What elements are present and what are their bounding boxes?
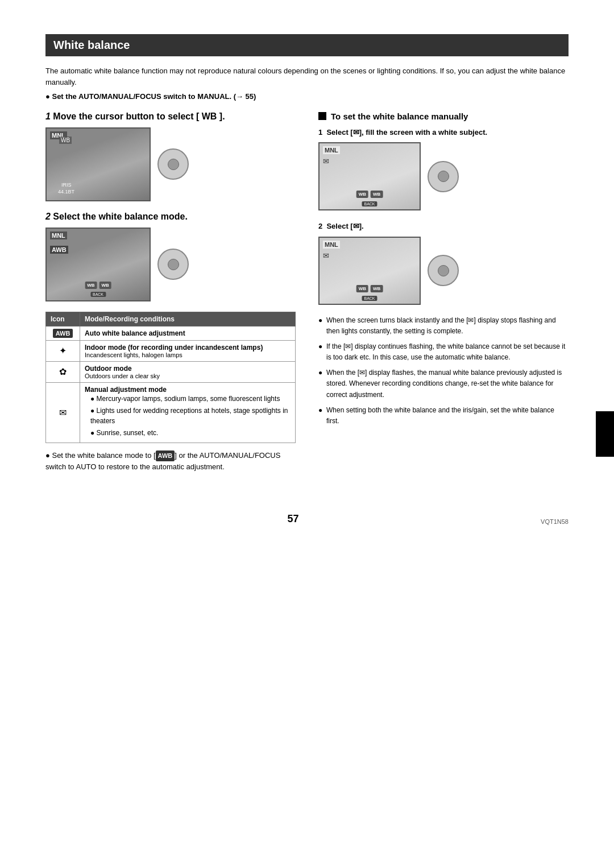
left-column: 1 Move the cursor button to select [ WB … — [45, 111, 296, 474]
outdoor-mode-desc: Outdoors under a clear sky — [85, 373, 291, 379]
step2-mnl-label: MNL — [50, 232, 67, 239]
table-cell-mode-awb: Auto white balance adjustment — [80, 326, 296, 340]
note2-manual-icon: ✉ — [345, 342, 351, 350]
right-step1-mnl: MNL — [323, 146, 340, 154]
right-step2-mnl: MNL — [323, 241, 340, 249]
step2-camera-screen: MNL AWB WB WB BACK — [45, 228, 151, 301]
step2-dpad-circle — [157, 249, 189, 280]
manual-bullet-3: Sunrise, sunset, etc. — [90, 428, 291, 438]
step2-wb-btn-left: WB — [85, 282, 97, 289]
right-step1-dpad-circle — [428, 161, 459, 192]
table-cell-icon-outdoor: ✿ — [46, 361, 80, 382]
step2-number: 2 — [45, 212, 51, 221]
right-column: To set the white balance manually 1 Sele… — [318, 111, 569, 432]
table-row: ✦ Indoor mode (for recording under incan… — [46, 340, 296, 361]
black-square-icon — [318, 112, 326, 120]
right-step2-wb-btn-left: WB — [356, 285, 368, 292]
page-number: 57 — [288, 513, 299, 525]
outdoor-icon: ✿ — [59, 367, 67, 377]
step2-label: Select the white balance mode. — [53, 212, 188, 221]
step1-dpad-inner — [168, 159, 179, 170]
right-step2-camera-wrap: MNL ✉ WB WB BACK — [318, 237, 569, 305]
doc-code: VQT1N58 — [541, 518, 569, 525]
step1-label: Move the cursor button to select [ WB ]. — [53, 111, 225, 121]
step1-dpad — [157, 148, 189, 180]
outdoor-mode-name: Outdoor mode — [85, 365, 291, 373]
right-sub-step2: 2 Select [✉]. — [318, 221, 569, 232]
right-step1-camera-wrap: MNL ✉ WB WB BACK — [318, 142, 569, 210]
awb-mode-name: Auto white balance adjustment — [85, 329, 291, 337]
table-cell-mode-manual: Manual adjustment mode Mercury-vapor lam… — [80, 382, 296, 443]
intro-text: The automatic white balance function may… — [45, 65, 569, 88]
table-cell-mode-outdoor: Outdoor mode Outdoors under a clear sky — [80, 361, 296, 382]
right-section-heading: To set the white balance manually — [318, 111, 569, 121]
manual-bullet-1: Mercury-vapor lamps, sodium lamps, some … — [90, 394, 291, 404]
right-step1-screen: MNL ✉ WB WB BACK — [318, 142, 421, 210]
step2-dpad — [157, 249, 189, 280]
right-step2-wb-buttons: WB WB — [356, 285, 383, 292]
right-step2-dpad-inner — [438, 265, 449, 276]
awb-inline-badge: AWB — [156, 450, 175, 462]
right-note-3: When the [✉] display flashes, the manual… — [318, 367, 569, 400]
step2-camera-wrap: MNL AWB WB WB BACK — [45, 228, 296, 301]
table-row: AWB Auto white balance adjustment — [46, 326, 296, 340]
right-step1-back-btn: BACK — [362, 201, 377, 206]
left-footer-bullet: Set the white balance mode to [AWB] or t… — [45, 451, 280, 472]
indoor-mode-name: Indoor mode (for recording under incande… — [85, 344, 291, 352]
awb-badge: AWB — [53, 329, 73, 338]
right-step2-dpad — [428, 255, 459, 286]
right-step1-dpad-inner — [438, 171, 449, 182]
step2-dpad-inner — [168, 259, 179, 270]
note1-manual-icon: ✉ — [468, 316, 474, 324]
manual-icon: ✉ — [59, 408, 67, 418]
manual-bullet-2: Lights used for wedding receptions at ho… — [90, 406, 291, 426]
right-step1-manual-icon: ✉ — [323, 157, 329, 166]
table-row: ✿ Outdoor mode Outdoors under a clear sk… — [46, 361, 296, 382]
table-header-mode: Mode/Recording conditions — [80, 312, 296, 326]
step1-iris-label: IRIS — [61, 182, 72, 188]
indoor-mode-desc: Incandescent lights, halogen lamps — [85, 352, 291, 358]
indoor-icon: ✦ — [59, 346, 67, 356]
right-step2-screen: MNL ✉ WB WB BACK — [318, 237, 421, 305]
table-cell-icon-awb: AWB — [46, 326, 80, 340]
right-step2-manual-icon: ✉ — [323, 251, 329, 260]
step2-wb-buttons: WB WB — [85, 282, 111, 289]
manual-icon-ref1: ✉ — [353, 128, 359, 137]
step1-num-label: 44.1BT — [58, 189, 74, 195]
step2-back-btn: BACK — [90, 292, 106, 297]
step1-wb-icon: WB — [59, 137, 72, 144]
right-note-4: When setting both the white balance and … — [318, 405, 569, 427]
left-footer-note: Set the white balance mode to [AWB] or t… — [45, 450, 296, 474]
mode-table: Icon Mode/Recording conditions AWB Auto … — [45, 312, 296, 443]
right-step1-wb-btn-left: WB — [356, 191, 368, 198]
step1-number: 1 — [45, 111, 51, 121]
step2-awb-label: AWB — [50, 246, 68, 254]
right-step2-dpad-circle — [428, 255, 459, 286]
manual-icon-ref2: ✉ — [353, 222, 359, 230]
page-title: White balance — [45, 34, 569, 56]
right-step1-wb-buttons: WB WB — [356, 191, 383, 198]
table-header-icon: Icon — [46, 312, 80, 326]
right-note-2: If the [✉] display continues flashing, t… — [318, 341, 569, 363]
step1-dpad-circle — [157, 148, 189, 180]
right-heading-text: To set the white balance manually — [331, 111, 468, 121]
note3-manual-icon: ✉ — [359, 369, 365, 377]
right-step1-wb-btn-right: WB — [371, 191, 383, 198]
prerequisite-note: ● Set the AUTO/MANUAL/FOCUS switch to MA… — [45, 91, 569, 102]
table-row: ✉ Manual adjustment mode Mercury-vapor l… — [46, 382, 296, 443]
side-tab — [596, 411, 614, 457]
table-cell-icon-manual: ✉ — [46, 382, 80, 443]
right-step2-wb-btn-right: WB — [371, 285, 383, 292]
right-notes: When the screen turns black instantly an… — [318, 315, 569, 427]
step1-camera-wrap: MNL WB IRIS 44.1BT — [45, 127, 296, 201]
right-sub-step1: 1 Select [✉], fill the screen with a whi… — [318, 127, 569, 138]
page-footer: 57 VQT1N58 — [45, 507, 569, 525]
step2-heading: 2 Select the white balance mode. — [45, 212, 296, 222]
manual-mode-name: Manual adjustment mode — [85, 386, 291, 394]
step2-wb-btn-right: WB — [99, 282, 111, 289]
step1-camera-screen: MNL WB IRIS 44.1BT — [45, 127, 151, 201]
right-note-1: When the screen turns black instantly an… — [318, 315, 569, 337]
step1-heading: 1 Move the cursor button to select [ WB … — [45, 111, 296, 122]
right-step2-back-btn: BACK — [362, 296, 377, 301]
right-step1-dpad — [428, 161, 459, 192]
